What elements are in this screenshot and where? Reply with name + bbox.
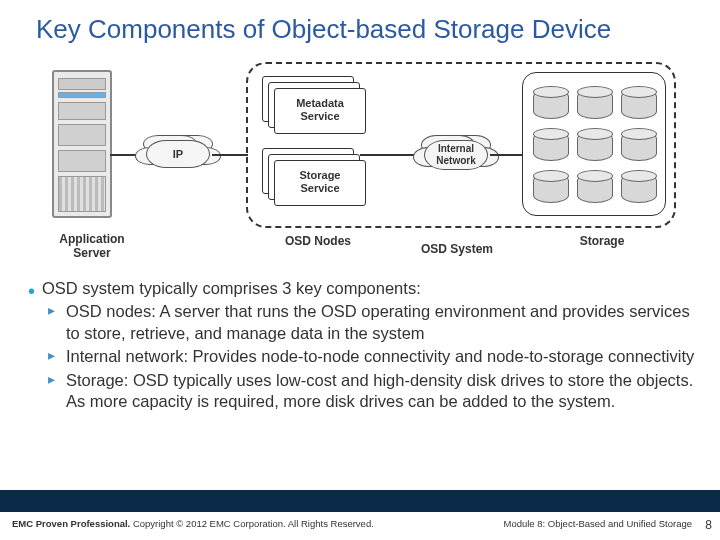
disk-icon [577, 131, 613, 161]
metadata-service-box: Metadata Service [274, 88, 366, 134]
storage-service-box: Storage Service [274, 160, 366, 206]
disk-icon [577, 173, 613, 203]
disk-icon [621, 89, 657, 119]
bullet-list: OSD system typically comprises 3 key com… [28, 278, 696, 415]
page-number: 8 [705, 518, 712, 532]
bullet-item: OSD nodes: A server that runs the OSD op… [66, 301, 696, 344]
slide-title: Key Components of Object-based Storage D… [0, 0, 720, 45]
footer-brand: EMC Proven Professional. [12, 518, 130, 529]
bullet-item: Storage: OSD typically uses low-cost and… [66, 370, 696, 413]
footer-text: EMC Proven Professional. Copyright © 201… [12, 518, 374, 529]
application-server-label: Application Server [42, 232, 142, 260]
disk-icon [621, 173, 657, 203]
footer-accent-bar [0, 490, 720, 512]
disk-icon [533, 173, 569, 203]
osd-nodes-label: OSD Nodes [268, 234, 368, 248]
storage-cluster-box [522, 72, 666, 216]
bullet-lead: OSD system typically comprises 3 key com… [28, 278, 696, 299]
footer-copyright: Copyright © 2012 EMC Corporation. All Ri… [133, 518, 374, 529]
internal-network-cloud-icon: Internal Network [424, 140, 488, 170]
osd-system-label: OSD System [412, 242, 502, 256]
disk-icon [621, 131, 657, 161]
server-icon [52, 70, 112, 218]
storage-label: Storage [542, 234, 662, 248]
ip-cloud-icon: IP [146, 140, 210, 168]
module-label: Module 8: Object-Based and Unified Stora… [503, 518, 692, 529]
disk-icon [577, 89, 613, 119]
bullet-item: Internal network: Provides node-to-node … [66, 346, 696, 367]
disk-icon [533, 131, 569, 161]
architecture-diagram: Application Server IP Metadata Service S… [52, 62, 682, 262]
disk-icon [533, 89, 569, 119]
osd-node-stack: Metadata Service Storage Service [262, 76, 362, 216]
